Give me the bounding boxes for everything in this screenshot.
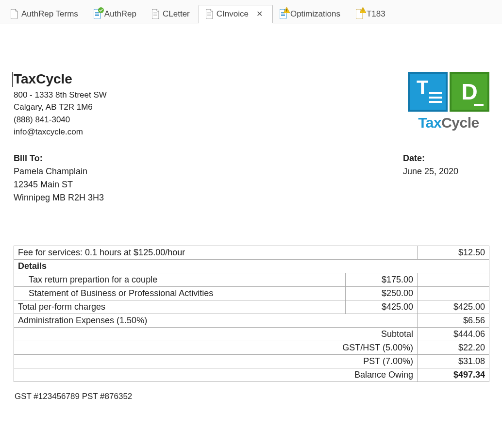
document-icon (206, 9, 214, 19)
tab-optimizations[interactable]: Optimizations (273, 5, 349, 23)
gst-label: GST/HST (5.00%) (14, 341, 418, 354)
logo-d-icon: D (450, 72, 489, 112)
company-email: info@taxcycle.com (14, 126, 107, 138)
table-row: Fee for services: 0.1 hours at $125.00/h… (14, 246, 489, 259)
document-check-icon (94, 9, 101, 19)
line-item-amount: $175.00 (346, 273, 418, 286)
tab-label: Optimizations (290, 9, 340, 19)
tab-authrep-terms[interactable]: AuthRep Terms (4, 5, 87, 23)
balance-owing-label: Balance Owing (14, 368, 418, 382)
tab-t183[interactable]: T183 (349, 5, 394, 23)
document-icon (11, 9, 18, 19)
gst-amount: $22.20 (418, 341, 489, 354)
table-row: Tax return prepartion for a couple $175.… (14, 273, 489, 286)
bill-to-label: Bill To: (14, 152, 104, 165)
company-address-line2: Calgary, AB T2R 1M6 (14, 101, 107, 114)
balance-owing-amount: $497.34 (418, 368, 489, 382)
table-row: Administration Expenses (1.50%) $6.56 (14, 314, 489, 327)
empty-cell (418, 273, 489, 286)
date-block: Date: June 25, 2020 (403, 152, 458, 204)
total-per-form-sub: $425.00 (346, 300, 418, 314)
table-row: Balance Owing $497.34 (14, 368, 489, 382)
document-warning-icon (280, 9, 287, 19)
total-per-form-label: Total per-form charges (14, 300, 346, 314)
bill-to-address-line2: Winnipeg MB R2H 3H3 (14, 191, 104, 204)
table-row: Total per-form charges $425.00 $425.00 (14, 300, 489, 314)
table-row: Subtotal $444.06 (14, 327, 489, 341)
line-item-amount: $250.00 (346, 286, 418, 300)
tab-cletter[interactable]: CLetter (145, 5, 199, 23)
company-name: TaxCycle (12, 72, 107, 87)
table-row: PST (7.00%) $31.08 (14, 354, 489, 368)
date-label: Date: (403, 152, 458, 165)
document-warning-icon (356, 9, 364, 19)
table-row: Details (14, 259, 489, 273)
svg-rect-3 (363, 9, 363, 11)
tab-label: AuthRep (104, 9, 136, 19)
subtotal-amount: $444.06 (418, 327, 489, 341)
tab-bar: AuthRep Terms AuthRep CLetter CInvoice ✕… (0, 0, 502, 23)
fee-description: Fee for services: 0.1 hours at $125.00/h… (14, 246, 418, 259)
company-address-line1: 800 - 1333 8th Street SW (14, 89, 107, 101)
close-icon[interactable]: ✕ (255, 10, 264, 18)
company-block: TaxCycle 800 - 1333 8th Street SW Calgar… (14, 72, 107, 138)
fee-amount: $12.50 (418, 246, 489, 259)
bill-to-name: Pamela Champlain (14, 165, 104, 178)
svg-rect-1 (286, 9, 287, 11)
line-item-description: Tax return prepartion for a couple (14, 273, 346, 286)
invoice-table: Fee for services: 0.1 hours at $125.00/h… (14, 246, 489, 382)
table-row: Statement of Business or Professional Ac… (14, 286, 489, 300)
tab-label: CInvoice (217, 9, 249, 19)
total-per-form-amount: $425.00 (418, 300, 489, 314)
tab-label: T183 (367, 9, 385, 19)
bill-to-address-line1: 12345 Main ST (14, 178, 104, 191)
tab-cinvoice[interactable]: CInvoice ✕ (199, 5, 273, 23)
company-phone: (888) 841-3040 (14, 114, 107, 126)
logo-text: TaxCycle (408, 115, 489, 131)
document-icon (152, 9, 160, 19)
admin-expenses-label: Administration Expenses (1.50%) (14, 314, 418, 327)
line-item-description: Statement of Business or Professional Ac… (14, 286, 346, 300)
svg-rect-2 (286, 12, 287, 12)
pst-amount: $31.08 (418, 354, 489, 368)
invoice-page: TaxCycle 800 - 1333 8th Street SW Calgar… (0, 23, 502, 416)
subtotal-label: Subtotal (14, 327, 418, 341)
bill-to-block: Bill To: Pamela Champlain 12345 Main ST … (14, 152, 104, 204)
tab-label: CLetter (163, 9, 190, 19)
date-value: June 25, 2020 (403, 165, 458, 178)
table-row: GST/HST (5.00%) $22.20 (14, 341, 489, 354)
details-header: Details (14, 259, 489, 273)
tab-label: AuthRep Terms (21, 9, 78, 19)
tax-registration-footer: GST #123456789 PST #876352 (14, 392, 492, 401)
svg-rect-4 (363, 12, 363, 12)
admin-expenses-amount: $6.56 (418, 314, 489, 327)
logo-t-icon: T (408, 72, 448, 112)
logo: T D TaxCycle (408, 72, 489, 131)
tab-authrep[interactable]: AuthRep (87, 5, 145, 23)
pst-label: PST (7.00%) (14, 354, 418, 368)
empty-cell (418, 286, 489, 300)
